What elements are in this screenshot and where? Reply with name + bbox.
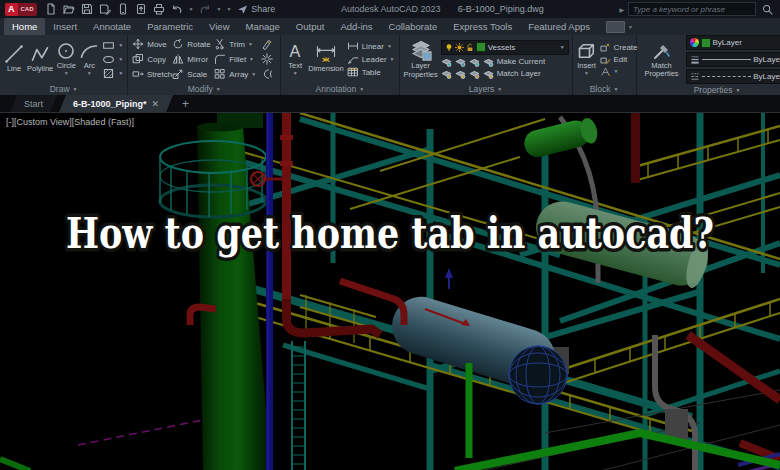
polyline-tool[interactable]: Polyline (27, 44, 53, 73)
dimension-icon (315, 44, 337, 64)
mirror-tool[interactable]: Mirror (172, 53, 214, 65)
share-plane-icon (237, 4, 248, 15)
line-tool[interactable]: Line (4, 44, 24, 73)
search-input[interactable] (628, 2, 756, 16)
stretch-tool[interactable]: Stretch (132, 68, 172, 80)
edit-block-button[interactable]: Edit (600, 54, 638, 65)
open-from-web-button[interactable] (116, 2, 131, 16)
insert-block-icon (577, 41, 597, 61)
make-current-button[interactable]: Make Current (497, 57, 545, 66)
tab-collaborate[interactable]: Collaborate (381, 18, 446, 35)
new-file-button[interactable] (44, 2, 59, 16)
arc-flyout-caret: ▼ (87, 71, 92, 77)
draw-panel-label[interactable]: Draw▼ (0, 83, 127, 95)
save-to-web-button[interactable] (134, 2, 149, 16)
arc-tool[interactable]: Arc ▼ (79, 41, 99, 77)
array-tool[interactable]: Array▼ (214, 68, 261, 80)
open-file-button[interactable] (62, 2, 77, 16)
match-properties-icon (652, 41, 672, 61)
object-color-select[interactable]: ByLayer ▼ (686, 35, 780, 50)
create-block-button[interactable]: Create (600, 42, 638, 53)
redo-arrow-icon (199, 3, 211, 15)
attribute-tool[interactable]: ▼ (600, 66, 638, 77)
search-expand-icon[interactable]: ▶ (619, 6, 624, 13)
tab-parametric[interactable]: Parametric (139, 18, 201, 35)
text-icon: A (285, 41, 305, 61)
text-tool[interactable]: A Text ▼ (285, 41, 305, 77)
erase-tool[interactable] (261, 38, 276, 50)
document-title: 6-B-1000_Piping.dwg (458, 4, 544, 14)
plot-button[interactable] (152, 2, 167, 16)
tab-home[interactable]: Home (4, 18, 45, 35)
ellipse-tool[interactable]: ▼ (102, 53, 123, 66)
rectangle-tool[interactable]: ▼ (102, 39, 123, 52)
share-button[interactable]: Share (237, 4, 275, 15)
tab-output[interactable]: Output (288, 18, 333, 35)
overlay-title-layer: How to get home tab in autocad? How to g… (0, 113, 780, 470)
layer-properties-icon (410, 39, 432, 61)
table-tool[interactable]: Table (347, 66, 395, 78)
tab-annotate[interactable]: Annotate (85, 18, 139, 35)
match-layer-row: Match Layer (441, 69, 569, 79)
tab-add-ins[interactable]: Add-ins (332, 18, 380, 35)
offset-tool[interactable] (261, 68, 276, 80)
line-icon (4, 44, 24, 64)
linetype-value: ByLayer (753, 72, 780, 81)
layer-tool-icon (483, 57, 494, 67)
save-button[interactable] (80, 2, 95, 16)
copy-tool[interactable]: Copy (132, 53, 172, 65)
lineweight-value: ByLayer (753, 55, 780, 64)
new-drawing-tab-button[interactable]: + (175, 95, 196, 112)
redo-flyout-caret[interactable]: ▼ (216, 6, 221, 12)
save-as-button[interactable] (98, 2, 113, 16)
layer-tool-icon (455, 57, 466, 67)
tab-manage[interactable]: Manage (238, 18, 288, 35)
start-tab[interactable]: Start (10, 95, 57, 112)
save-icon (81, 3, 93, 15)
properties-panel-label[interactable]: Properties▼ (637, 84, 780, 95)
layer-properties-button[interactable]: Layer Properties (404, 39, 438, 79)
tab-featured-apps[interactable]: Featured Apps (520, 18, 598, 35)
redo-button[interactable] (197, 2, 212, 16)
match-layer-button[interactable]: Match Layer (497, 69, 541, 78)
search-button[interactable] (760, 2, 775, 16)
circle-flyout-caret: ▼ (64, 71, 69, 77)
layers-panel-label[interactable]: Layers▼ (400, 83, 572, 95)
tab-view[interactable]: View (201, 18, 237, 35)
linear-dimension-tool[interactable]: Linear▼ (347, 40, 395, 52)
trim-tool[interactable]: Trim▼ (214, 38, 261, 50)
circle-tool[interactable]: Circle ▼ (56, 41, 76, 77)
ribbon-image-button[interactable]: ▼ (606, 18, 634, 35)
offset-icon (261, 68, 273, 80)
scale-tool[interactable]: Scale (172, 68, 214, 80)
edit-block-icon (600, 54, 611, 65)
undo-button[interactable] (170, 2, 185, 16)
tab-express-tools[interactable]: Express Tools (445, 18, 520, 35)
annotation-panel-label[interactable]: Annotation▼ (281, 83, 398, 95)
layer-select[interactable]: Vessels ▼ (441, 40, 569, 55)
block-panel-label[interactable]: Block▼ (573, 83, 636, 95)
rotate-tool[interactable]: Rotate (172, 38, 214, 50)
lineweight-select[interactable]: ByLayer ▼ (686, 52, 780, 67)
trim-icon (214, 38, 226, 50)
drawing-viewport[interactable]: [-][Custom View][Shaded (Fast)] (0, 112, 780, 470)
explode-tool[interactable] (261, 53, 276, 65)
move-tool[interactable]: Move (132, 38, 172, 50)
qat-customize-caret[interactable]: ▼ (226, 6, 231, 12)
undo-flyout-caret[interactable]: ▼ (189, 6, 194, 12)
close-tab-icon[interactable]: ✕ (152, 99, 160, 109)
drawing-tab[interactable]: 6-B-1000_Piping* ✕ (59, 95, 173, 112)
match-properties-button[interactable]: Match Properties (641, 41, 683, 79)
dimension-tool[interactable]: Dimension (308, 44, 343, 73)
fillet-tool[interactable]: Fillet▼ (214, 53, 261, 65)
linetype-select[interactable]: ByLayer ▼ (686, 69, 780, 84)
leader-tool[interactable]: Leader▼ (347, 53, 395, 65)
hatch-tool[interactable]: ▼ (102, 67, 123, 80)
mobile-device-icon (117, 3, 129, 15)
panel-modify: Move Rotate Trim▼ Copy Mirror Fillet▼ St… (128, 35, 281, 95)
insert-block-button[interactable]: Insert ▼ (577, 41, 597, 77)
modify-panel-label[interactable]: Modify▼ (128, 83, 280, 95)
circle-icon (56, 41, 76, 61)
autocad-logo[interactable]: A CAD (5, 3, 37, 16)
tab-insert[interactable]: Insert (45, 18, 85, 35)
